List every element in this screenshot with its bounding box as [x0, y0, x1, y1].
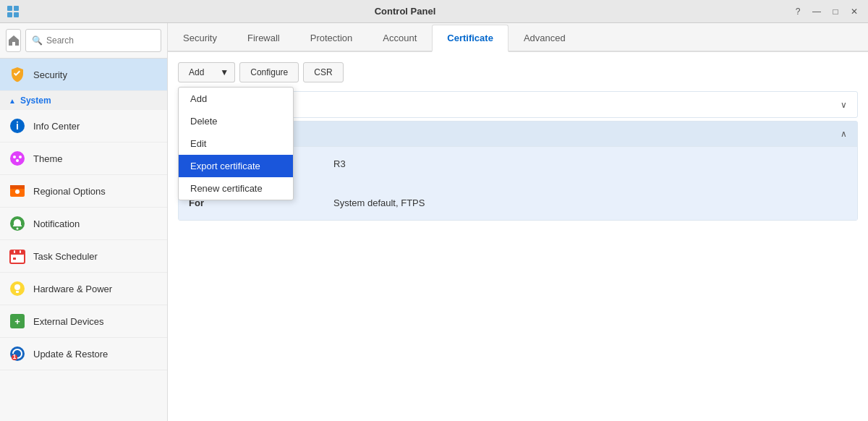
dropdown-item-delete[interactable]: Delete	[179, 110, 293, 132]
chevron-down-icon: ▼	[220, 67, 229, 77]
sidebar-item-info-center-label: Info Center	[33, 121, 80, 132]
cert-2-chevron-up-icon: ∧	[841, 129, 847, 139]
svg-rect-23	[16, 291, 19, 293]
maximize-button[interactable]: □	[827, 4, 843, 20]
bulb-icon	[9, 280, 26, 297]
svg-rect-20	[13, 258, 16, 260]
home-button[interactable]	[6, 29, 21, 52]
bell-icon	[9, 215, 26, 232]
certificate-content: Add ▼ Configure CSR Add Delete	[168, 52, 868, 421]
dropdown-item-edit[interactable]: Edit	[179, 132, 293, 155]
cert-1-chevron-down-icon: ∨	[841, 100, 847, 110]
svg-point-22	[14, 284, 20, 290]
add-dropdown-button[interactable]: ▼	[214, 62, 235, 82]
svg-rect-0	[7, 6, 12, 11]
svg-rect-3	[14, 12, 19, 17]
title-bar: Control Panel ? — □ ✕	[0, 0, 868, 23]
shield-icon	[9, 66, 26, 83]
cert-detail-issuer-value: R3	[333, 158, 346, 169]
sidebar-item-external-devices[interactable]: + External Devices	[0, 305, 167, 338]
sidebar-item-security[interactable]: Security	[0, 59, 167, 91]
tab-protection[interactable]: Protection	[295, 25, 368, 52]
svg-point-7	[13, 156, 16, 158]
svg-point-13	[15, 190, 20, 194]
svg-text:i: i	[16, 120, 19, 132]
svg-text:1: 1	[12, 353, 16, 360]
svg-rect-1	[14, 6, 19, 11]
svg-rect-19	[20, 250, 21, 253]
chevron-up-icon: ▲	[9, 97, 16, 105]
svg-rect-17	[10, 250, 25, 255]
tab-account[interactable]: Account	[367, 25, 432, 52]
sidebar-item-regional-options[interactable]: Regional Options	[0, 175, 167, 208]
sidebar-item-info-center[interactable]: i Info Center	[0, 110, 167, 143]
svg-text:+: +	[14, 316, 20, 327]
dropdown-menu: Add Delete Edit Export certificate Renew…	[178, 87, 294, 200]
sidebar-item-hardware-power-label: Hardware & Power	[33, 284, 112, 294]
search-box: 🔍	[25, 29, 161, 52]
sidebar-item-security-label: Security	[33, 69, 67, 80]
sidebar-item-task-scheduler[interactable]: Task Scheduler	[0, 240, 167, 273]
sidebar-section-system-label: System	[20, 95, 51, 106]
dropdown-item-export-cert[interactable]: Export certificate	[179, 155, 293, 177]
cert-detail-for-value: System default, FTPS	[333, 197, 425, 208]
tab-firewall[interactable]: Firewall	[232, 25, 295, 52]
app-title: Control Panel	[20, 6, 790, 17]
usb-icon: +	[9, 312, 26, 330]
toolbar: Add ▼ Configure CSR Add Delete	[178, 62, 858, 82]
sidebar-item-hardware-power[interactable]: Hardware & Power	[0, 273, 167, 305]
sidebar-section-system: ▲ System	[0, 91, 167, 110]
sidebar-item-task-scheduler-label: Task Scheduler	[33, 251, 98, 262]
sidebar: 🔍 Security ▲ System	[0, 23, 168, 421]
minimize-button[interactable]: —	[809, 4, 825, 20]
csr-button[interactable]: CSR	[303, 62, 343, 82]
window-controls: ? — □ ✕	[790, 4, 862, 20]
sidebar-item-update-restore-label: Update & Restore	[33, 349, 108, 360]
svg-point-8	[19, 156, 22, 158]
svg-rect-18	[14, 250, 15, 253]
search-input[interactable]	[46, 35, 155, 46]
info-icon: i	[9, 117, 26, 135]
configure-button[interactable]: Configure	[239, 62, 299, 82]
main-content: Security Firewall Protection Account Cer…	[168, 23, 868, 421]
calendar-icon	[9, 247, 26, 265]
app-container: 🔍 Security ▲ System	[0, 23, 868, 421]
close-button[interactable]: ✕	[846, 4, 862, 20]
sidebar-top: 🔍	[0, 23, 167, 59]
clock-icon	[9, 182, 26, 200]
svg-rect-2	[7, 12, 12, 17]
help-button[interactable]: ?	[790, 4, 806, 20]
app-icon	[6, 4, 20, 19]
search-icon: 🔍	[32, 35, 43, 46]
tab-security[interactable]: Security	[168, 25, 232, 52]
palette-icon	[9, 150, 26, 167]
svg-point-15	[17, 228, 19, 230]
tabs-bar: Security Firewall Protection Account Cer…	[168, 23, 868, 52]
tab-certificate[interactable]: Certificate	[432, 25, 509, 52]
tab-advanced[interactable]: Advanced	[509, 25, 581, 52]
refresh-icon: 1	[9, 345, 26, 362]
sidebar-item-update-restore[interactable]: 1 Update & Restore	[0, 338, 167, 370]
dropdown-item-renew-cert[interactable]: Renew certificate	[179, 177, 293, 200]
svg-point-9	[16, 159, 19, 162]
sidebar-item-theme[interactable]: Theme	[0, 143, 167, 175]
sidebar-item-theme-label: Theme	[33, 153, 62, 164]
sidebar-items: Security ▲ System i Info Center	[0, 59, 167, 421]
sidebar-item-notification-label: Notification	[33, 218, 80, 229]
sidebar-item-external-devices-label: External Devices	[33, 316, 104, 327]
svg-rect-12	[10, 185, 25, 189]
sidebar-item-regional-options-label: Regional Options	[33, 186, 106, 197]
add-button[interactable]: Add	[178, 62, 215, 82]
dropdown-item-add[interactable]: Add	[179, 88, 293, 110]
svg-point-6	[10, 151, 25, 166]
sidebar-item-notification[interactable]: Notification	[0, 208, 167, 240]
title-bar-left	[6, 4, 20, 19]
home-icon	[7, 34, 20, 47]
